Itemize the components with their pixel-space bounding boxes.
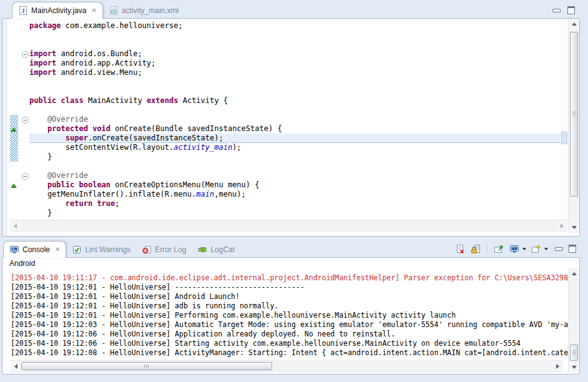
- clear-console-button[interactable]: [454, 243, 466, 254]
- open-console-icon: [531, 244, 541, 254]
- pin-console-button[interactable]: [493, 243, 504, 254]
- scroll-left-button[interactable]: [10, 220, 21, 231]
- scroll-right-button[interactable]: [557, 220, 567, 231]
- changed-lines-marker: [10, 152, 18, 162]
- override-indicator-icon: [11, 184, 17, 188]
- console-line: [2015-04-10 19:12:06 - HelloUniverse] Ap…: [11, 330, 568, 339]
- scrollbar-thumb[interactable]: [21, 362, 272, 370]
- close-icon[interactable]: ✕: [55, 247, 60, 253]
- code-line[interactable]: public boolean onCreateOptionsMenu(Menu …: [29, 180, 561, 190]
- code-line[interactable]: }: [29, 152, 561, 162]
- tab-label: MainActivity.java: [31, 6, 86, 15]
- scroll-right-button[interactable]: [552, 361, 563, 371]
- minimize-icon[interactable]: [555, 247, 563, 251]
- editor-body: package com.example.hellouniverse;import…: [2, 18, 580, 237]
- code-line[interactable]: [29, 105, 561, 115]
- console-line: [2015-04-10 19:12:01 - HelloUniverse] Pe…: [11, 311, 568, 320]
- console-body: Android [2015-04-10 19:11:17 - com.andro…: [2, 257, 580, 375]
- changed-lines-marker: [10, 143, 18, 152]
- code-line[interactable]: super.onCreate(savedInstanceState);: [29, 134, 561, 143]
- dropdown-arrow-icon[interactable]: [544, 248, 548, 250]
- code-line[interactable]: [29, 162, 561, 171]
- console-line: [2015-04-10 19:12:01 - HelloUniverse] An…: [11, 292, 568, 301]
- error-log-icon: [142, 245, 152, 255]
- code-line[interactable]: import android.os.Bundle;: [29, 49, 561, 59]
- changed-lines-marker: [10, 115, 18, 124]
- code-line[interactable]: [29, 31, 561, 40]
- open-console-button[interactable]: [531, 243, 542, 254]
- dropdown-arrow-icon[interactable]: [522, 248, 526, 250]
- display-selected-console-button[interactable]: [509, 243, 520, 254]
- fold-collapse-icon[interactable]: [22, 117, 29, 124]
- code-line[interactable]: import android.app.Activity;: [29, 59, 561, 68]
- xml-file-icon: [109, 6, 119, 16]
- maximize-icon[interactable]: [569, 245, 576, 253]
- tab-label: Lint Warnings: [85, 245, 130, 254]
- editor-vertical-scrollbar[interactable]: [568, 19, 579, 233]
- scroll-left-button[interactable]: [11, 361, 21, 371]
- code-line[interactable]: [29, 77, 561, 87]
- close-icon[interactable]: ✕: [91, 7, 96, 14]
- code-line[interactable]: return true;: [29, 199, 561, 208]
- scroll-down-button[interactable]: [569, 362, 579, 373]
- editor-tab-bar: J MainActivity.java ✕ activity_main.xml: [2, 1, 580, 18]
- console-horizontal-scrollbar[interactable]: [11, 360, 563, 372]
- code-line[interactable]: import android.view.Menu;: [29, 68, 561, 77]
- tab-activity-main-xml[interactable]: activity_main.xml: [103, 3, 184, 18]
- tab-label: activity_main.xml: [122, 6, 179, 15]
- fold-collapse-icon[interactable]: [22, 173, 29, 180]
- code-area[interactable]: package com.example.hellouniverse;import…: [29, 21, 561, 218]
- code-line[interactable]: public class MainActivity extends Activi…: [29, 96, 561, 105]
- gutter-annotations: [7, 21, 20, 236]
- console-line: [2015-04-10 19:12:08 - HelloUniverse] Ac…: [11, 348, 568, 358]
- code-line[interactable]: getMenuInflater().inflate(R.menu.main,me…: [29, 190, 561, 199]
- code-line[interactable]: }: [29, 208, 561, 218]
- code-line[interactable]: @Override: [29, 171, 561, 180]
- editor-area: J MainActivity.java ✕ activity_main.xml …: [2, 1, 580, 237]
- tab-label: LogCat: [210, 245, 235, 254]
- code-line[interactable]: [29, 40, 561, 49]
- code-line[interactable]: protected void onCreate(Bundle savedInst…: [29, 124, 561, 134]
- tab-console[interactable]: Console ✕: [3, 241, 66, 258]
- scrollbar-thumb[interactable]: [570, 32, 578, 197]
- current-line-overview-marker: [561, 132, 567, 144]
- console-view: Console ✕ Lint Warnings Error Log LogCat: [2, 240, 580, 375]
- code-line[interactable]: setContentView(R.layout.activity_main);: [29, 143, 561, 152]
- console-line: [2015-04-10 19:12:06 - HelloUniverse] St…: [11, 339, 568, 348]
- console-icon: [9, 245, 19, 255]
- code-line[interactable]: @Override: [29, 115, 561, 124]
- scrollbar-thumb[interactable]: [570, 345, 578, 361]
- scroll-up-button[interactable]: [569, 19, 579, 29]
- console-line: [2015-04-10 19:12:03 - HelloUniverse] Au…: [11, 320, 568, 330]
- logcat-icon: [197, 245, 207, 255]
- changed-lines-marker: [10, 134, 18, 143]
- clear-console-icon: [455, 244, 465, 254]
- scroll-lock-icon: [471, 244, 481, 254]
- fold-collapse-icon[interactable]: [22, 51, 29, 58]
- editor-horizontal-scrollbar[interactable]: [10, 220, 567, 232]
- editor-window-buttons: [552, 6, 575, 14]
- code-line[interactable]: [29, 87, 561, 96]
- scroll-up-button[interactable]: [569, 268, 579, 279]
- tab-mainactivity-java[interactable]: J MainActivity.java ✕: [12, 2, 103, 19]
- tab-lint-warnings[interactable]: Lint Warnings: [66, 242, 136, 257]
- scroll-down-button[interactable]: [569, 222, 579, 233]
- console-toolbar: [454, 243, 576, 254]
- override-indicator-icon: [11, 127, 17, 132]
- minimize-icon[interactable]: [552, 9, 561, 12]
- tab-logcat[interactable]: LogCat: [192, 242, 240, 257]
- toolbar-separator: [487, 244, 488, 254]
- console-line: [2015-04-10 19:12:01 - HelloUniverse] --…: [11, 283, 568, 292]
- console-output[interactable]: [2015-04-10 19:11:17 - com.android.ide.e…: [2, 269, 568, 360]
- tab-label: Error Log: [155, 245, 186, 254]
- tab-label: Console: [22, 245, 50, 254]
- svg-text:J: J: [22, 7, 25, 14]
- code-line[interactable]: package com.example.hellouniverse;: [29, 21, 561, 31]
- eclipse-workbench: { "icons": { "close": "✕" }, "colors": {…: [0, 0, 588, 382]
- editor-vertical-ruler: [2, 19, 7, 236]
- scroll-lock-button[interactable]: [470, 243, 481, 254]
- lint-warnings-icon: [72, 245, 82, 255]
- tab-error-log[interactable]: Error Log: [136, 242, 192, 257]
- maximize-icon[interactable]: [567, 6, 575, 14]
- console-vertical-scrollbar[interactable]: [568, 268, 579, 373]
